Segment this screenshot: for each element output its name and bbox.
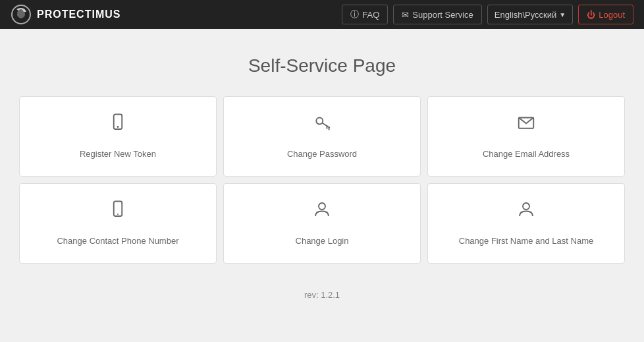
logo-icon [11,4,32,25]
svg-point-10 [117,214,119,215]
card-change-name-label: Change First Name and Last Name [459,236,593,247]
chevron-down-icon: ▼ [559,11,566,18]
card-change-login-label: Change Login [296,236,349,247]
power-icon: ⏻ [587,10,595,20]
svg-point-11 [319,203,325,210]
person-name-icon [516,200,536,229]
card-change-email[interactable]: Change Email Address [427,96,625,177]
language-button[interactable]: English\Русский ▼ [487,5,573,24]
logo-text: PROTECTIMUS [37,9,121,20]
mobile-phone-icon [108,200,128,229]
mobile-icon [108,113,128,142]
svg-point-4 [316,118,323,125]
logo: PROTECTIMUS [11,4,121,25]
support-label: Support Service [412,10,473,20]
logout-button[interactable]: ⏻ Logout [578,5,633,24]
card-change-name[interactable]: Change First Name and Last Name [427,183,625,264]
cards-grid: Register New Token Change Password [19,96,625,264]
faq-button[interactable]: ⓘ FAQ [342,5,388,24]
info-icon: ⓘ [350,9,359,20]
card-change-phone-label: Change Contact Phone Number [57,236,178,247]
footer: rev: 1.2.1 [304,290,340,300]
card-change-login[interactable]: Change Login [223,183,421,264]
header: PROTECTIMUS ⓘ FAQ ✉ Support Service Engl… [0,0,644,29]
support-button[interactable]: ✉ Support Service [393,5,482,24]
card-register-token[interactable]: Register New Token [19,96,217,177]
header-nav: ⓘ FAQ ✉ Support Service English\Русский … [342,5,633,24]
svg-point-3 [117,127,119,128]
main-content: Self-Service Page Register New Token [0,29,644,313]
version-text: rev: 1.2.1 [304,290,340,300]
person-login-icon [312,200,332,229]
faq-label: FAQ [362,10,379,20]
card-change-email-label: Change Email Address [483,149,570,160]
logout-label: Logout [599,10,625,20]
envelope-card-icon [516,113,536,142]
lang-label: English\Русский [495,10,557,20]
svg-point-12 [523,203,529,210]
page-title: Self-Service Page [248,55,396,76]
key-icon [312,113,332,142]
card-register-token-label: Register New Token [80,149,156,160]
card-change-phone[interactable]: Change Contact Phone Number [19,183,217,264]
envelope-icon: ✉ [402,10,409,20]
card-change-password-label: Change Password [287,149,357,160]
card-change-password[interactable]: Change Password [223,96,421,177]
